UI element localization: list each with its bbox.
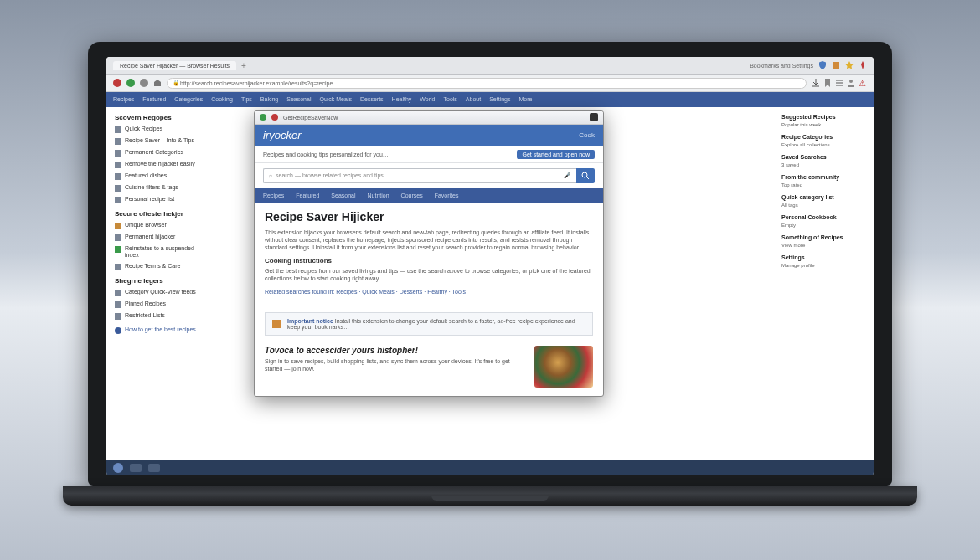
home-icon[interactable] — [153, 79, 162, 87]
close-icon[interactable] — [590, 113, 598, 121]
pin-icon[interactable] — [859, 61, 867, 69]
nav-item[interactable]: Cooking — [211, 96, 233, 102]
nav-item[interactable]: Desserts — [360, 96, 384, 102]
nav-item[interactable]: Quick Meals — [319, 96, 352, 102]
popup-body: Recipe Saver Hijicker This extension hij… — [255, 203, 603, 308]
right-item[interactable]: From the communityTop rated — [781, 174, 865, 188]
sidebar-item[interactable]: Pinned Recipes — [115, 301, 207, 308]
bullet-icon — [115, 197, 121, 203]
nav-item[interactable]: Tips — [241, 96, 252, 102]
popup-search-row: ⌕ search — browse related recipes and ti… — [255, 163, 603, 188]
nav-item[interactable]: Baking — [260, 96, 278, 102]
sidebar-item[interactable]: Reinstates to a suspended index — [115, 245, 207, 259]
bullet-icon — [115, 126, 121, 133]
star-icon[interactable] — [845, 61, 854, 69]
forward-icon[interactable] — [126, 79, 135, 87]
sidebar-item[interactable]: Personal recipe list — [115, 196, 207, 203]
article-subheading: Cooking instructions — [265, 257, 593, 265]
popup-tab[interactable]: Recipes — [263, 193, 284, 198]
sidebar-item[interactable]: Featured dishes — [115, 172, 207, 180]
bullet-icon — [115, 234, 121, 241]
browser-toolbar: 🔒 http://search.recipesaverhijacker.exam… — [106, 75, 874, 92]
popup-footer-section: Tovoca to accescider yours histopher! Si… — [255, 341, 603, 396]
address-bar[interactable]: 🔒 http://search.recipesaverhijacker.exam… — [167, 78, 807, 89]
start-icon[interactable] — [113, 463, 123, 473]
sidebar-item[interactable]: Remove the hijacker easily — [115, 161, 207, 168]
sidebar-item[interactable]: Permanent Categories — [115, 149, 207, 157]
back-icon[interactable] — [113, 79, 121, 87]
stop-icon[interactable] — [271, 114, 278, 121]
right-item[interactable]: Suggested RecipesPopular this week — [781, 114, 865, 127]
nav-item[interactable]: More — [518, 96, 532, 102]
screen-bezel: Recipe Saver Hijacker — Browser Results … — [88, 42, 892, 486]
new-tab-icon[interactable]: + — [241, 61, 246, 70]
sidebar-item[interactable]: Restricted Lists — [115, 312, 207, 320]
nav-item[interactable]: Featured — [142, 96, 166, 102]
sidebar-item[interactable]: Recipe Terms & Care — [115, 263, 207, 270]
bullet-icon — [115, 264, 121, 270]
sidebar-item[interactable]: Permanent hijacker — [115, 234, 207, 241]
warning-icon — [115, 223, 121, 229]
popup-search-button[interactable] — [576, 168, 595, 183]
nav-item[interactable]: Tools — [443, 96, 456, 102]
right-item[interactable]: Something of RecipesView more — [781, 234, 865, 248]
bullet-icon — [115, 290, 121, 296]
warning-icon[interactable]: ⚠ — [859, 79, 867, 87]
svg-point-1 — [849, 80, 853, 83]
sidebar-footer-link[interactable]: How to get the best recipes — [115, 326, 207, 334]
nav-item[interactable]: Seasonal — [286, 96, 311, 102]
right-item[interactable]: Recipe CategoriesExplore all collections — [781, 134, 865, 147]
cook-link[interactable]: Cook — [579, 131, 595, 139]
right-item[interactable]: Personal CookbookEmpty — [781, 214, 865, 228]
taskbar-button[interactable] — [148, 464, 160, 472]
popup-titlebar[interactable]: GetRecipeSaverNow — [255, 111, 603, 125]
sidebar-item[interactable]: Recipe Saver – Info & Tips — [115, 137, 207, 145]
related-links[interactable]: Related searches found in: Recipes · Qui… — [265, 288, 593, 295]
mic-icon[interactable]: 🎤 — [564, 172, 571, 179]
download-icon[interactable] — [812, 79, 820, 87]
popup-tab[interactable]: Courses — [401, 193, 423, 198]
svg-line-3 — [586, 177, 589, 179]
globe-icon — [260, 114, 266, 121]
info-icon — [115, 327, 121, 334]
right-item[interactable]: Saved Searches3 saved — [781, 154, 865, 167]
right-sidebar: Suggested RecipesPopular this week Recip… — [773, 107, 874, 475]
bookmark-icon[interactable] — [823, 79, 832, 87]
bullet-icon — [115, 301, 121, 308]
profile-icon[interactable] — [847, 79, 855, 87]
browser-tab[interactable]: Recipe Saver Hijacker — Browser Results — [113, 61, 236, 70]
check-icon — [115, 246, 121, 253]
recipe-thumbnail[interactable] — [534, 346, 593, 388]
shield-icon[interactable] — [818, 61, 827, 69]
popup-cta-button[interactable]: Get started and open now — [517, 150, 595, 159]
sidebar-item[interactable]: Category Quick-View feeds — [115, 289, 207, 296]
popup-subtitle: Recipes and cooking tips personalized fo… — [263, 152, 389, 157]
nav-item[interactable]: Healthy — [392, 96, 412, 102]
popup-tabs: Recipes Featured Seasonal Nutrition Cour… — [255, 188, 603, 203]
right-item[interactable]: SettingsManage profile — [781, 254, 865, 268]
popup-search-input[interactable]: ⌕ search — browse related recipes and ti… — [263, 168, 576, 183]
sidebar-item[interactable]: Cuisine filters & tags — [115, 184, 207, 192]
menu-icon[interactable] — [835, 79, 843, 87]
article-body: This extension hijacks your browser's de… — [265, 229, 593, 252]
taskbar-button[interactable] — [130, 464, 142, 472]
nav-item[interactable]: Categories — [174, 96, 203, 102]
taskbar — [106, 460, 874, 475]
bullet-icon — [115, 185, 121, 192]
popup-tab[interactable]: Favorites — [435, 193, 459, 198]
right-item[interactable]: Quick category listAll tags — [781, 194, 865, 208]
reload-icon[interactable] — [140, 79, 148, 87]
callout-title: Important notice — [287, 318, 333, 324]
nav-item[interactable]: World — [420, 96, 435, 102]
nav-item[interactable]: About — [466, 96, 481, 102]
puzzle-icon[interactable] — [832, 61, 840, 69]
popup-callout: Important notice Install this extension … — [265, 312, 593, 336]
sidebar-item[interactable]: Quick Recipes — [115, 126, 207, 133]
popup-tab[interactable]: Featured — [296, 193, 319, 198]
popup-tab[interactable]: Nutrition — [368, 193, 389, 198]
sidebar-item[interactable]: Unique Browser — [115, 222, 207, 229]
nav-item[interactable]: Recipes — [113, 96, 134, 102]
bullet-icon — [115, 313, 121, 320]
popup-tab[interactable]: Seasonal — [331, 193, 355, 198]
nav-item[interactable]: Settings — [489, 96, 510, 102]
